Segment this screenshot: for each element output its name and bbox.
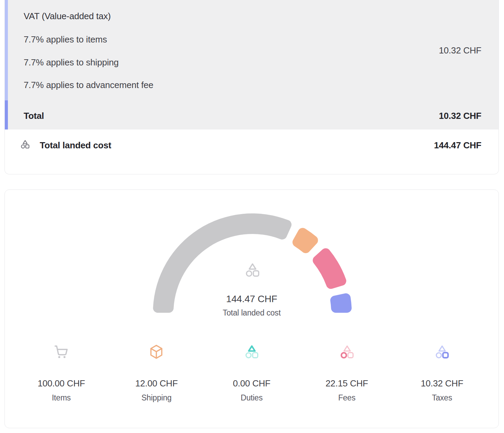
vat-amount: 10.32 CHF bbox=[439, 45, 481, 56]
vat-title: VAT (Value-added tax) bbox=[24, 11, 111, 22]
legend-item-fees: 22.15 CHF Fees bbox=[299, 344, 395, 403]
legend-item-shipping: 12.00 CHF Shipping bbox=[109, 344, 204, 403]
accent-bar-dark bbox=[5, 100, 8, 129]
tax-detail-panel: VAT (Value-added tax) 7.7% applies to it… bbox=[5, 0, 499, 129]
vat-rule-items: 7.7% applies to items bbox=[24, 34, 107, 45]
tax-total-label: Total bbox=[24, 111, 44, 121]
legend-value: 10.32 CHF bbox=[394, 378, 490, 389]
shapes-icon bbox=[339, 344, 355, 360]
gauge-segment-shipping bbox=[292, 228, 318, 253]
legend-value: 100.00 CHF bbox=[14, 378, 109, 389]
accent-bar-light bbox=[5, 0, 8, 100]
legend-item-taxes: 10.32 CHF Taxes bbox=[394, 344, 490, 403]
total-landed-cost-label: Total landed cost bbox=[40, 140, 111, 151]
legend-item-items: 100.00 CHF Items bbox=[14, 344, 109, 403]
cost-legend: 100.00 CHF Items 12.00 CHF Shipping 0.00… bbox=[14, 344, 490, 403]
cart-icon bbox=[53, 344, 69, 360]
gauge-total-label: Total landed cost bbox=[5, 308, 499, 318]
legend-value: 0.00 CHF bbox=[204, 378, 299, 389]
shapes-icon bbox=[244, 344, 260, 360]
landed-cost-chart-card: 144.47 CHF Total landed cost 100.00 CHF … bbox=[4, 189, 499, 428]
legend-label: Shipping bbox=[109, 393, 204, 403]
package-icon bbox=[148, 344, 164, 360]
vat-rule-shipping: 7.7% applies to shipping bbox=[24, 57, 119, 68]
legend-item-duties: 0.00 CHF Duties bbox=[204, 344, 299, 403]
total-landed-cost-amount: 144.47 CHF bbox=[434, 140, 481, 151]
legend-value: 22.15 CHF bbox=[299, 378, 395, 389]
shapes-icon bbox=[20, 139, 30, 149]
shapes-icon bbox=[244, 262, 261, 278]
legend-label: Taxes bbox=[394, 393, 490, 403]
legend-value: 12.00 CHF bbox=[109, 378, 204, 389]
legend-label: Duties bbox=[204, 393, 299, 403]
gauge-total-value: 144.47 CHF bbox=[5, 294, 499, 305]
legend-label: Fees bbox=[299, 393, 395, 403]
gauge-segment-fees bbox=[313, 248, 346, 289]
shapes-icon bbox=[434, 344, 450, 360]
tax-total-amount: 10.32 CHF bbox=[439, 111, 481, 121]
tax-breakdown-card: VAT (Value-added tax) 7.7% applies to it… bbox=[4, 0, 499, 174]
vat-rule-advancement: 7.7% applies to advancement fee bbox=[24, 80, 153, 90]
legend-label: Items bbox=[14, 393, 109, 403]
